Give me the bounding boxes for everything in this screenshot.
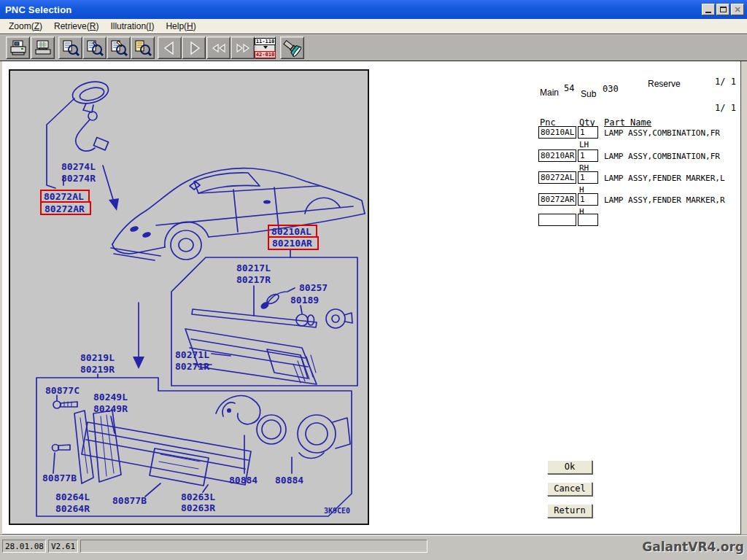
print-button[interactable] — [6, 36, 30, 59]
part-label-80217R[interactable]: 80217R — [236, 274, 271, 285]
last-page-button[interactable] — [231, 36, 255, 59]
part-label-80271L[interactable]: 80271L — [175, 349, 209, 360]
minimize-icon — [705, 12, 711, 13]
menu-retrieve[interactable]: Retrieve(R) — [48, 19, 104, 34]
window-title: PNC Selection — [5, 4, 71, 15]
main-label: Main — [540, 88, 559, 98]
zoom-document-button-3[interactable] — [107, 36, 131, 59]
part-label-80263R[interactable]: 80263R — [181, 502, 215, 513]
page-code-top: 11-110 — [255, 38, 276, 45]
next-page-button[interactable] — [182, 36, 206, 59]
down-arrow-icon — [263, 46, 268, 51]
titlebar: PNC Selection ✕ — [0, 0, 747, 19]
menu-help[interactable]: Help(H) — [160, 19, 201, 34]
part-label-80884-1[interactable]: 80884 — [229, 475, 258, 486]
menu-illustration[interactable]: Illutration(I) — [104, 19, 160, 34]
nav-next-double-icon — [233, 39, 252, 57]
menu-zoom-key: Z — [34, 21, 39, 31]
part-label-80217L[interactable]: 80217L — [236, 262, 271, 273]
nav-prev-double-icon — [209, 39, 228, 57]
part-name-row3: LAMP ASSY,FENDER MARKER,L — [604, 174, 725, 183]
part-label-80210AL[interactable]: 80210AL — [271, 226, 311, 237]
part-name-row1-line2: LH — [579, 140, 589, 149]
zoom-document-button-1[interactable] — [58, 36, 82, 59]
status-date: 28.01.08 — [2, 540, 46, 553]
flashlight-button[interactable] — [280, 36, 304, 59]
part-label-80274R[interactable]: 80274R — [61, 173, 96, 184]
part-label-80189[interactable]: 80189 — [290, 295, 319, 306]
toolbar: 11-110 42-010 — [0, 35, 747, 61]
part-label-80264L[interactable]: 80264L — [55, 491, 90, 502]
sub-value: 030 — [603, 84, 619, 94]
pnc-field-row4[interactable]: 80272AR — [538, 193, 576, 206]
nav-next-icon — [185, 39, 204, 57]
part-label-80877B-2[interactable]: 80877B — [112, 495, 147, 506]
part-label-80249R[interactable]: 80249R — [93, 403, 128, 414]
window-controls: ✕ — [702, 4, 744, 15]
main-value: 54 — [564, 83, 574, 93]
cancel-button[interactable]: Cancel — [547, 482, 592, 496]
part-label-80219R[interactable]: 80219R — [80, 364, 115, 375]
app-window: PNC Selection ✕ Zoom(Z) Retrieve(R) Illu… — [0, 0, 747, 560]
print-preview-icon — [34, 39, 53, 57]
pnc-field-row5[interactable] — [538, 214, 576, 226]
page-indicator-top: 1/ 1 — [715, 77, 736, 87]
page-code-button[interactable]: 11-110 42-010 — [255, 36, 276, 59]
maximize-icon — [720, 7, 727, 12]
pnc-field-row3[interactable]: 80272AL — [538, 171, 576, 184]
ok-button[interactable]: Ok — [547, 460, 592, 474]
first-page-button[interactable] — [206, 36, 231, 59]
sub-label: Sub — [581, 89, 596, 99]
part-label-80877B-1[interactable]: 80877B — [42, 472, 77, 483]
qty-field-row1[interactable]: 1 — [578, 126, 598, 139]
menu-zoom-pre: Zoom( — [9, 21, 34, 31]
zoom-document-button-4[interactable] — [131, 36, 155, 59]
doc-zoom-pencil-icon — [109, 39, 128, 57]
client-area: 80274L 80274R 80272AL 80272AR 80210AL 80… — [0, 61, 747, 534]
plate-code-label: 3K9CE0 — [324, 507, 350, 515]
part-label-80219L[interactable]: 80219L — [80, 352, 115, 363]
part-label-80272AL[interactable]: 80272AL — [44, 191, 84, 202]
column-header-part-name: Part Name — [604, 117, 651, 128]
qty-field-row5[interactable] — [578, 214, 598, 226]
part-label-80263L[interactable]: 80263L — [181, 491, 215, 502]
maximize-button[interactable] — [716, 4, 729, 15]
part-label-80877C[interactable]: 80877C — [45, 385, 80, 396]
menu-help-key: H — [187, 21, 193, 31]
pnc-field-row1[interactable]: 80210AL — [538, 126, 576, 139]
zoom-document-button-2[interactable] — [82, 36, 107, 59]
diagram-panel: 80274L 80274R 80272AL 80272AR 80210AL 80… — [9, 69, 369, 525]
part-label-80271R[interactable]: 80271R — [175, 361, 209, 372]
prev-page-button[interactable] — [158, 36, 182, 59]
menu-retrieve-post: ) — [96, 21, 98, 31]
menu-retrieve-pre: Retrieve( — [54, 21, 90, 31]
print-preview-button[interactable] — [31, 36, 55, 59]
doc-zoom-edit-icon — [85, 39, 104, 57]
qty-field-row3[interactable]: 1 — [578, 171, 598, 184]
menu-illustration-post: ) — [151, 21, 154, 31]
page-code-bottom: 42-010 — [255, 51, 276, 58]
close-button[interactable]: ✕ — [731, 4, 744, 15]
part-label-80249L[interactable]: 80249L — [93, 392, 128, 402]
part-label-80264R[interactable]: 80264R — [55, 503, 90, 514]
return-button[interactable]: Return — [547, 504, 592, 518]
part-name-row2: LAMP ASSY,COMBINATION,FR — [604, 152, 720, 161]
part-label-80210AR[interactable]: 80210AR — [272, 238, 312, 249]
status-version: V2.61 — [48, 540, 78, 553]
flashlight-icon — [283, 39, 302, 57]
menu-zoom[interactable]: Zoom(Z) — [3, 19, 48, 34]
minimize-button[interactable] — [702, 4, 715, 15]
pnc-field-row2[interactable]: 80210AR — [538, 149, 576, 162]
part-label-80884-2[interactable]: 80884 — [275, 475, 303, 486]
printer-icon — [9, 39, 28, 57]
part-name-row1: LAMP ASSY,COMBINATION,FR — [604, 128, 720, 138]
watermark: GalantVR4.org — [642, 540, 744, 554]
part-label-80257[interactable]: 80257 — [299, 282, 328, 293]
qty-field-row4[interactable]: 1 — [578, 193, 598, 206]
part-label-80272AR[interactable]: 80272AR — [44, 203, 85, 214]
qty-field-row2[interactable]: 1 — [578, 149, 598, 162]
menubar: Zoom(Z) Retrieve(R) Illutration(I) Help(… — [0, 19, 747, 34]
part-label-80274L[interactable]: 80274L — [61, 161, 96, 172]
menu-illustration-pre: Illutration( — [110, 21, 149, 31]
diagram-drawing: 80274L 80274R 80272AL 80272AR 80210AL 80… — [10, 71, 368, 524]
